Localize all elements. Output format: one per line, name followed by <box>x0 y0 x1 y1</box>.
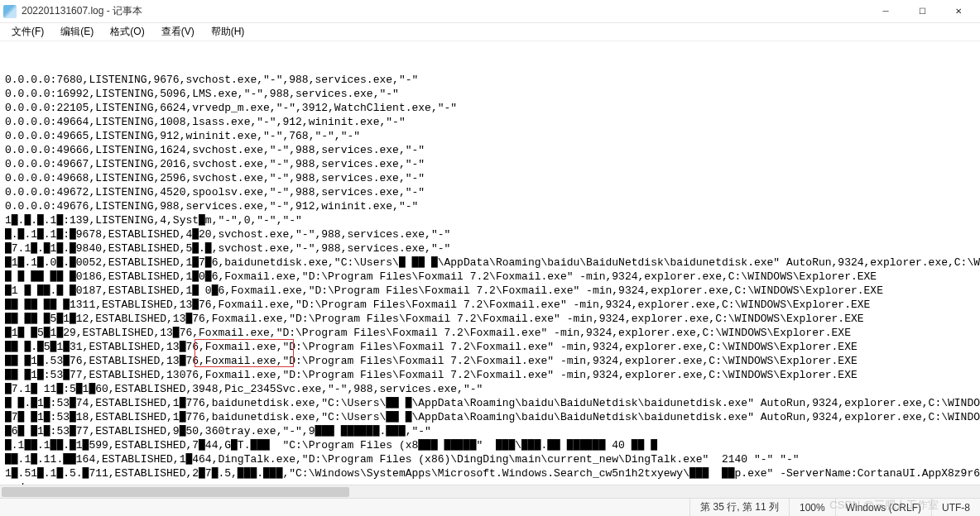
log-line: 0.0.0.0:22105,LISTENING,6624,vrvedp_m.ex… <box>5 101 975 115</box>
horizontal-scrollbar[interactable] <box>0 485 980 498</box>
titlebar: 202201131607.log - 记事本 ─ ☐ ✕ <box>0 0 980 23</box>
log-line: █1█.1█.0█.█0052,ESTABLISHED,1█7█6,baidun… <box>5 256 975 270</box>
menubar: 文件(F) 编辑(E) 格式(O) 查看(V) 帮助(H) <box>0 23 980 41</box>
log-line: 0.0.0.0:49665,LISTENING,912,wininit.exe,… <box>5 129 975 143</box>
log-line: █1 █ ██.█ █0187,ESTABLISHED,1█ 0█6,Foxma… <box>5 284 975 298</box>
close-button[interactable]: ✕ <box>940 0 977 23</box>
log-line: █6█ █1█:53█77,ESTABLISHED,9█50,360tray.e… <box>5 424 975 438</box>
status-position: 第 35 行, 第 11 列 <box>689 499 789 516</box>
text-area[interactable]: 0.0.0.0:7680,LISTENING,9676,svchost.exe,… <box>0 41 980 485</box>
log-line: █ █.█1█:53█74,ESTABLISHED,1█776,baidunet… <box>5 396 975 410</box>
log-line: 1█.51█.1█.5.█711,ESTABLISHED,2█7█.5,███.… <box>5 466 975 480</box>
statusbar: 第 35 行, 第 11 列 100% Windows (CRLF) UTF-8… <box>0 498 980 516</box>
maximize-button[interactable]: ☐ <box>904 0 940 23</box>
log-line: ██ ██ █5█1█12,ESTABLISHED,13█76,Foxmail.… <box>5 312 975 326</box>
menu-edit[interactable]: 编辑(E) <box>54 23 100 41</box>
status-encoding: UTF-8 <box>931 499 980 516</box>
log-line: 0.0.0.0:49672,LISTENING,4520,spoolsv.exe… <box>5 185 975 199</box>
menu-view[interactable]: 查看(V) <box>155 23 201 41</box>
log-line: 0.0.0.0:49666,LISTENING,1624,svchost.exe… <box>5 143 975 157</box>
log-line: █.1██.1██.█1█599,ESTABLISHED,7█44,G█T.██… <box>5 438 975 452</box>
log-line: █ █ ██ ██ █0186,ESTABLISHED,1█0█6,Foxmai… <box>5 270 975 284</box>
minimize-button[interactable]: ─ <box>867 0 904 23</box>
menu-help[interactable]: 帮助(H) <box>204 23 252 41</box>
menu-format[interactable]: 格式(O) <box>103 23 151 41</box>
log-line: ██ █1█.53█76,ESTABLISHED,13█76,Foxmail.e… <box>5 354 975 368</box>
log-line: 0.0.0.0:49668,LISTENING,2596,svchost.exe… <box>5 171 975 185</box>
log-line: █.█.1█.1█:█9678,ESTABLISHED,4█20,svchost… <box>5 227 975 241</box>
log-line: █7.1█ 11█:5█1█60,ESTABLISHED,3948,Pic_23… <box>5 382 975 396</box>
menu-file[interactable]: 文件(F) <box>5 23 50 41</box>
log-line: 0.0.0.0:49664,LISTENING,1008,lsass.exe,"… <box>5 115 975 129</box>
log-line: █7.1█.█1█.█9840,ESTABLISHED,5█.█,svchost… <box>5 241 975 256</box>
log-line: 1█.█.█.1█:139,LISTENING,4,Syst█m,"-",0,"… <box>5 213 975 227</box>
log-line: 0.0.0.0:16992,LISTENING,5096,LMS.exe,"-"… <box>5 87 975 101</box>
log-line: 0.0.0.0:49676,LISTENING,988,services.exe… <box>5 199 975 213</box>
status-line-ending: Windows (CRLF) <box>835 499 931 516</box>
log-line: 0.0.0.0:49667,LISTENING,2016,svchost.exe… <box>5 157 975 171</box>
log-line: ██ ██ ██ █1311,ESTABLISHED,13█76,Foxmail… <box>5 298 975 312</box>
log-line: 0.0.0.0:7680,LISTENING,9676,svchost.exe,… <box>5 73 975 87</box>
window-controls: ─ ☐ ✕ <box>867 0 977 23</box>
notepad-icon <box>3 5 17 18</box>
log-line: ██ █1█:53█77,ESTABLISHED,13076,Foxmail.e… <box>5 368 975 382</box>
log-line: ██.1█.11.██164,ESTABLISHED,1█464,DingTal… <box>5 452 975 466</box>
log-line: █1█ █5█1█29,ESTABLISHED,13█76,Foxmail.ex… <box>5 326 975 340</box>
scrollbar-thumb[interactable] <box>2 487 349 497</box>
log-line: ██ █.█5█1█31,ESTABLISHED,13█76,Foxmail.e… <box>5 340 975 354</box>
window-title: 202201131607.log - 记事本 <box>22 4 867 18</box>
status-zoom: 100% <box>789 499 835 516</box>
log-line: █7█ █1█:53█18,ESTABLISHED,1█776,baidunet… <box>5 410 975 424</box>
